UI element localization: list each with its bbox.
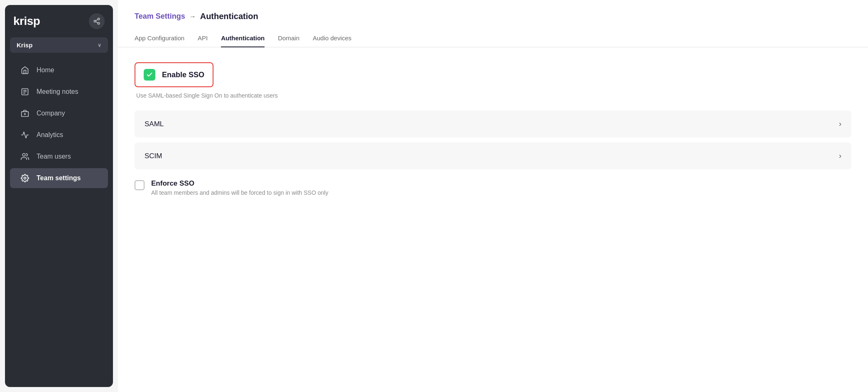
sidebar-item-label: Team users	[37, 153, 71, 160]
chevron-right-icon: ›	[839, 120, 841, 128]
scim-label: SCIM	[145, 152, 162, 160]
enforce-sso-text: Enforce SSO All team members and admins …	[151, 179, 328, 196]
enforce-sso-description: All team members and admins will be forc…	[151, 189, 328, 196]
workspace-label: Krisp	[17, 42, 32, 49]
enable-sso-checkbox[interactable]	[144, 69, 155, 81]
home-icon	[20, 66, 30, 74]
breadcrumb: Team Settings → Authentication	[118, 0, 868, 29]
svg-point-13	[24, 177, 26, 179]
chevron-right-icon: ›	[839, 152, 841, 160]
authentication-content: Enable SSO Use SAML-based Single Sign On…	[118, 47, 868, 211]
enable-sso-toggle[interactable]: Enable SSO	[135, 62, 213, 87]
sidebar-item-company[interactable]: Company	[10, 103, 108, 123]
sidebar-item-label: Analytics	[37, 131, 63, 139]
tab-audio-devices[interactable]: Audio devices	[313, 29, 351, 47]
scim-expand-row[interactable]: SCIM ›	[135, 142, 851, 169]
tab-app-configuration[interactable]: App Configuration	[135, 29, 184, 47]
sidebar-header: krisp	[5, 13, 113, 37]
sidebar-item-team-users[interactable]: Team users	[10, 147, 108, 167]
enforce-sso-label: Enforce SSO	[151, 179, 328, 188]
checkmark-icon	[146, 71, 153, 78]
sidebar-item-team-settings[interactable]: Team settings	[10, 168, 108, 188]
saml-expand-row[interactable]: SAML ›	[135, 110, 851, 137]
main-content: Team Settings → Authentication App Confi…	[118, 0, 868, 392]
sso-description: Use SAML-based Single Sign On to authent…	[135, 92, 851, 99]
share-button[interactable]	[89, 13, 105, 29]
svg-point-12	[22, 154, 25, 157]
enforce-sso-checkbox[interactable]	[135, 180, 145, 190]
tab-domain[interactable]: Domain	[278, 29, 299, 47]
sidebar-item-label: Team settings	[37, 174, 81, 182]
share-icon	[93, 17, 101, 25]
breadcrumb-current: Authentication	[200, 12, 258, 21]
saml-label: SAML	[145, 120, 164, 128]
tabs-bar: App Configuration API Authentication Dom…	[118, 29, 868, 47]
sidebar-item-label: Home	[37, 66, 54, 74]
sidebar-item-meeting-notes[interactable]: Meeting notes	[10, 82, 108, 102]
breadcrumb-parent[interactable]: Team Settings	[135, 12, 185, 21]
chevron-down-icon: ∨	[98, 42, 101, 48]
workspace-selector[interactable]: Krisp ∨	[10, 37, 108, 53]
company-icon	[20, 109, 30, 118]
sidebar-item-home[interactable]: Home	[10, 60, 108, 80]
app-logo: krisp	[13, 15, 40, 28]
team-users-icon	[20, 152, 30, 161]
analytics-icon	[20, 131, 30, 139]
tab-authentication[interactable]: Authentication	[221, 29, 265, 47]
svg-line-4	[96, 20, 98, 21]
meeting-notes-icon	[20, 88, 30, 96]
enforce-sso-container: Enforce SSO All team members and admins …	[135, 179, 851, 196]
sidebar-item-label: Meeting notes	[37, 88, 78, 96]
sidebar-item-analytics[interactable]: Analytics	[10, 125, 108, 145]
settings-icon	[20, 174, 30, 182]
sidebar: krisp Krisp ∨ Home Meeting note	[5, 5, 113, 387]
tab-api[interactable]: API	[198, 29, 208, 47]
enable-sso-label: Enable SSO	[162, 71, 204, 79]
sidebar-item-label: Company	[37, 110, 65, 117]
breadcrumb-separator: →	[189, 13, 196, 20]
svg-line-3	[96, 22, 98, 23]
